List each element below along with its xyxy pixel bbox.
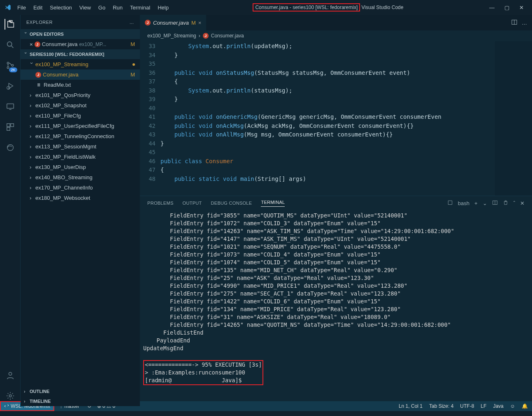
- open-editor-item[interactable]: × J Consumer.java ex100_MP... M: [21, 39, 140, 49]
- folder-name: ex140_MBO_Streaming: [35, 174, 93, 180]
- indentation[interactable]: Tab Size: 4: [429, 403, 453, 409]
- menu-view[interactable]: View: [76, 3, 94, 12]
- extensions-icon[interactable]: [5, 122, 16, 132]
- close-panel-icon[interactable]: ✕: [520, 200, 525, 206]
- settings-icon[interactable]: [5, 391, 16, 401]
- outline-section[interactable]: OUTLINE: [21, 386, 140, 396]
- notifications-icon[interactable]: 🔔: [522, 403, 528, 409]
- close-editor-icon[interactable]: ×: [30, 41, 33, 47]
- folder-ex113_MP_SessionMgmt[interactable]: ex113_MP_SessionMgmt: [21, 141, 140, 152]
- terminal-shell-label[interactable]: bash: [458, 200, 469, 206]
- menu-selection[interactable]: Selection: [46, 3, 75, 12]
- scm-badge: 2K: [9, 67, 17, 72]
- breadcrumb[interactable]: ex100_MP_Streaming › J Consumer.java: [140, 30, 532, 41]
- folder-open-name: ex100_MP_Streaming: [35, 61, 88, 67]
- breadcrumb-folder[interactable]: ex100_MP_Streaming: [147, 33, 196, 39]
- panel-tab-output[interactable]: OUTPUT: [183, 201, 202, 206]
- terminal-chevron-icon[interactable]: ⌄: [483, 200, 487, 206]
- timeline-section[interactable]: TIMELINE: [21, 396, 140, 401]
- line-gutter: 33 34 35 36 37 38 39 40 41 42 43 44 45 4…: [140, 41, 160, 196]
- workspace-label: SERIES100 [WSL: FEDORAREMIX]: [30, 52, 105, 57]
- panel-tabs: PROBLEMSOUTPUTDEBUG CONSOLETERMINAL bash…: [140, 196, 532, 210]
- terminal-profile-icon[interactable]: [447, 200, 453, 207]
- sidebar-header: EXPLORER …: [21, 15, 140, 29]
- maximize-panel-icon[interactable]: ˆ: [513, 200, 515, 206]
- code-text[interactable]: System.out.println(updateMsg); } public …: [160, 41, 495, 196]
- close-button[interactable]: ✕: [519, 5, 524, 11]
- java-file-icon: J: [35, 42, 40, 47]
- cursor-position[interactable]: Ln 1, Col 1: [399, 403, 423, 409]
- folder-ex112_MP_TunnelingConnection[interactable]: ex112_MP_TunnelingConnection: [21, 131, 140, 141]
- edge-icon[interactable]: [5, 142, 16, 153]
- tab-consumer-java[interactable]: J Consumer.java M ×: [140, 15, 206, 30]
- workspace-section[interactable]: SERIES100 [WSL: FEDORAREMIX]: [21, 49, 140, 59]
- language-mode[interactable]: Java: [493, 403, 503, 409]
- menu-run[interactable]: Run: [109, 3, 126, 12]
- more-icon[interactable]: …: [522, 20, 527, 26]
- editor-group: J Consumer.java M × … ex100_MP_Streaming…: [140, 15, 532, 401]
- folder-ex110_MP_FileCfg[interactable]: ex110_MP_FileCfg: [21, 111, 140, 121]
- title-suffix: Visual Studio Code: [362, 5, 404, 10]
- folder-ex120_MP_FieldListWalk[interactable]: ex120_MP_FieldListWalk: [21, 152, 140, 162]
- breadcrumb-file[interactable]: Consumer.java: [211, 33, 244, 39]
- feedback-icon[interactable]: ☺: [510, 403, 515, 409]
- split-editor-icon[interactable]: [511, 19, 518, 27]
- code-editor[interactable]: 33 34 35 36 37 38 39 40 41 42 43 44 45 4…: [140, 41, 532, 196]
- folder-name: ex112_MP_TunnelingConnection: [35, 133, 114, 139]
- folder-name: ex170_MP_ChannelInfo: [35, 185, 93, 191]
- folder-ex111_MP_UserSpecifiedFileCfg[interactable]: ex111_MP_UserSpecifiedFileCfg: [21, 121, 140, 131]
- folder-name: ex113_MP_SessionMgmt: [35, 143, 96, 150]
- panel-tab-debug-console[interactable]: DEBUG CONSOLE: [211, 201, 252, 206]
- open-editors-label: OPEN EDITORS: [30, 32, 64, 37]
- search-icon[interactable]: [5, 39, 16, 50]
- tab-close-icon[interactable]: ×: [198, 20, 202, 26]
- file-consumer-java[interactable]: JConsumer.javaM: [21, 69, 140, 80]
- java-file-icon: J: [35, 72, 41, 78]
- folder-ex180_MP_Websocket[interactable]: ex180_MP_Websocket: [21, 193, 140, 203]
- timeline-label: TIMELINE: [30, 399, 51, 401]
- encoding[interactable]: UTF-8: [460, 403, 474, 409]
- menu-go[interactable]: Go: [95, 3, 109, 12]
- tab-label: Consumer.java: [153, 20, 189, 26]
- svg-point-3: [12, 65, 13, 66]
- file-readme[interactable]: ≣ReadMe.txt: [21, 80, 140, 90]
- svg-point-0: [7, 42, 12, 46]
- remote-icon[interactable]: [5, 101, 16, 112]
- title-highlight: Consumer.java - series100 [WSL: fedorare…: [253, 3, 360, 12]
- eol[interactable]: LF: [481, 403, 486, 409]
- explorer-label: EXPLORER: [26, 20, 53, 25]
- menu-file[interactable]: File: [14, 3, 29, 12]
- split-terminal-icon[interactable]: [492, 200, 498, 207]
- folder-ex100[interactable]: ex100_MP_Streaming: [21, 59, 140, 69]
- folder-name: ex102_MP_Snapshot: [35, 102, 86, 109]
- menu-terminal[interactable]: Terminal: [127, 3, 153, 12]
- panel-tab-terminal[interactable]: TERMINAL: [261, 200, 285, 207]
- explorer-more-icon[interactable]: …: [130, 20, 135, 25]
- new-terminal-icon[interactable]: +: [474, 200, 478, 206]
- open-editors-section[interactable]: OPEN EDITORS: [21, 29, 140, 39]
- minimap[interactable]: [495, 41, 532, 196]
- source-control-icon[interactable]: 2K: [5, 60, 16, 71]
- explorer-icon[interactable]: [5, 19, 15, 30]
- modified-dot-icon: [132, 63, 135, 66]
- folder-ex101_MP_QosPriority[interactable]: ex101_MP_QosPriority: [21, 90, 140, 100]
- folder-ex130_MP_UserDisp[interactable]: ex130_MP_UserDisp: [21, 162, 140, 172]
- editor-tabs: J Consumer.java M × …: [140, 15, 532, 30]
- panel-tab-problems[interactable]: PROBLEMS: [147, 201, 174, 206]
- folder-name: ex130_MP_UserDisp: [35, 164, 86, 170]
- svg-point-11: [9, 395, 12, 397]
- folder-name: ex101_MP_QosPriority: [35, 92, 91, 98]
- maximize-button[interactable]: ▢: [504, 5, 509, 11]
- account-icon[interactable]: [5, 370, 16, 381]
- menu-help[interactable]: Help: [154, 3, 172, 12]
- minimize-button[interactable]: —: [489, 5, 495, 11]
- folder-ex102_MP_Snapshot[interactable]: ex102_MP_Snapshot: [21, 100, 140, 111]
- terminal-output[interactable]: FieldEntry fid="3855" name="QUOTIM_MS" d…: [140, 210, 532, 401]
- menubar: FileEditSelectionViewGoRunTerminalHelp: [14, 3, 172, 12]
- kill-terminal-icon[interactable]: [503, 200, 509, 207]
- menu-edit[interactable]: Edit: [30, 3, 46, 12]
- folder-ex140_MBO_Streaming[interactable]: ex140_MBO_Streaming: [21, 172, 140, 183]
- folder-ex170_MP_ChannelInfo[interactable]: ex170_MP_ChannelInfo: [21, 183, 140, 193]
- debug-icon[interactable]: [5, 81, 16, 91]
- terminal-body: FieldEntry fid="3855" name="QUOTIM_MS" d…: [143, 212, 454, 351]
